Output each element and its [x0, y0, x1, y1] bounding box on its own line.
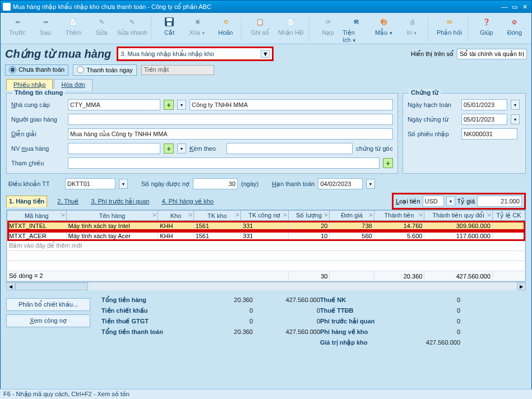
grid-header: Mã hàng⇲ Tên hàng⇲ Kho⇲ TK kho⇲ TK công … — [7, 211, 525, 221]
app-icon — [3, 3, 11, 11]
accdate-field[interactable] — [461, 99, 507, 110]
term-label: Điều khoản TT — [8, 180, 62, 188]
gt-goods[interactable]: 1. Hàng tiền — [6, 196, 47, 207]
mode-select[interactable]: 3. Mua hàng nhập khẩu nhập kho ▼ — [117, 47, 274, 61]
supplier-name-field[interactable] — [189, 99, 393, 110]
col-wh[interactable]: Kho⇲ — [158, 211, 193, 221]
save-button[interactable]: Cắt — [156, 15, 183, 44]
impduty-label: Thuế NK — [320, 296, 404, 304]
cur-dd[interactable]: ▾ — [446, 196, 455, 206]
days-label: Số ngày được nợ — [141, 180, 189, 188]
add-row[interactable]: Bấm vào đây để thêm mới — [7, 241, 525, 251]
rate-label: Tỷ giá — [457, 198, 475, 205]
vat-label: Tiền thuế GTGT — [101, 318, 202, 325]
svg-rect-2 — [167, 22, 172, 26]
term-field[interactable] — [65, 178, 115, 189]
deliverer-field[interactable] — [68, 114, 393, 125]
vdate-field[interactable] — [461, 114, 507, 125]
scroll-thumb[interactable] — [15, 282, 88, 290]
print-button[interactable]: 🖨In▼ — [399, 15, 425, 44]
book-select[interactable]: Sổ tài chính và quản trị — [457, 49, 527, 59]
vno-label: Số phiếu nhập — [408, 131, 458, 138]
util-icon: 🛠 — [350, 16, 362, 28]
alloc-button[interactable]: Phân bổ chiết khấu... — [6, 298, 90, 311]
gt-prefee[interactable]: 3. Phí trước hải quan — [89, 196, 151, 207]
load-button[interactable]: ⟳Nạp — [314, 15, 341, 44]
vno-field[interactable] — [461, 128, 517, 140]
scroll-right[interactable]: ▶ — [517, 282, 526, 290]
cash-field: Tiền mặt — [141, 65, 214, 75]
grid-tabs: 1. Hàng tiền 2. Thuế 3. Phí trước hải qu… — [1, 193, 531, 210]
next-button[interactable]: ➡Sau — [32, 15, 59, 44]
col-code[interactable]: Mã hàng⇲ — [7, 211, 67, 221]
accdate-cal[interactable]: ▾ — [511, 100, 520, 110]
col-qty[interactable]: Số lượng⇲ — [288, 211, 330, 221]
undo-button[interactable]: ⟲Hoãn — [212, 15, 239, 44]
doc-tabs: Phiếu nhập Hóa đơn — [1, 79, 531, 91]
days-field[interactable] — [193, 178, 238, 189]
gt-tax[interactable]: 2. Thuế — [55, 196, 81, 207]
rate-field[interactable] — [477, 196, 522, 207]
recv-button[interactable]: 📄Nhận HĐ — [275, 15, 307, 44]
emp-add-button[interactable]: + — [164, 143, 174, 154]
add-button[interactable]: 📄Thêm — [60, 15, 87, 44]
col-amt[interactable]: Thành tiền⇲ — [374, 211, 424, 221]
help-button[interactable]: ❓Giúp — [473, 15, 500, 44]
col-price[interactable]: Đơn giá⇲ — [330, 211, 374, 221]
close-window-button[interactable]: ✕ — [520, 3, 529, 11]
col-invacc[interactable]: TK kho⇲ — [193, 211, 240, 221]
emp-field[interactable] — [68, 143, 160, 154]
cur-label: Loại tiền — [396, 198, 420, 205]
excise-label: Thuế TTĐB — [320, 307, 404, 314]
supplier-label: Nhà cung cấp — [11, 101, 64, 109]
feedback-button[interactable]: ✉Phản hồi — [433, 15, 465, 44]
days-unit: (ngày) — [241, 180, 258, 187]
col-disc[interactable]: Tỷ lệ CK — [492, 211, 525, 221]
book-label: Hiển thị trên sổ — [411, 50, 454, 58]
supplier-field[interactable] — [68, 99, 160, 110]
emp-dd[interactable]: ▾ — [177, 143, 186, 154]
delete-button[interactable]: ✖Xóa▼ — [184, 15, 211, 44]
col-apacc[interactable]: TK công nợ⇲ — [241, 211, 288, 221]
cur-field[interactable] — [423, 196, 444, 207]
terms-row: Điều khoản TT ▾ Số ngày được nợ (ngày) H… — [1, 177, 531, 193]
minimize-button[interactable]: — — [500, 3, 509, 11]
col-name[interactable]: Tên hàng⇲ — [66, 211, 158, 221]
vdate-label: Ngày chứng từ — [408, 116, 458, 123]
unpaid-radio[interactable]: Chưa thanh toán — [5, 64, 68, 76]
close-button[interactable]: ⊘Đóng — [501, 15, 528, 44]
post-button[interactable]: 📋Ghi sổ — [247, 15, 274, 44]
scroll-left[interactable]: ◀ — [6, 282, 15, 290]
general-info-panel: Thông tin chung Nhà cung cấp + ▾ Người g… — [6, 93, 398, 174]
table-row — [7, 261, 525, 271]
prefee-val: 0 — [404, 318, 460, 325]
gt-whfee[interactable]: 4. Phí hàng về kho — [159, 196, 216, 207]
ref-field[interactable] — [68, 157, 380, 169]
paidnow-radio[interactable]: Thanh toán ngay — [73, 64, 137, 76]
maximize-button[interactable]: ▭ — [510, 3, 519, 11]
h-scrollbar[interactable]: ◀ ▶ — [6, 282, 526, 290]
supplier-dd[interactable]: ▾ — [177, 100, 186, 110]
disc-conv: 0 — [253, 307, 320, 314]
ref-add-button[interactable]: + — [383, 158, 393, 168]
prev-button[interactable]: ⬅Trước — [4, 15, 31, 44]
due-field[interactable] — [318, 178, 363, 189]
debt-button[interactable]: Xem công nợ — [6, 314, 90, 327]
term-dd[interactable]: ▾ — [119, 179, 128, 189]
attach-field[interactable] — [226, 143, 353, 154]
table-row[interactable]: MTXT_INTELMáy tính xách tay IntelKHH 156… — [7, 221, 525, 231]
printer-icon: 🖨 — [406, 16, 418, 28]
supplier-add-button[interactable]: + — [164, 100, 174, 110]
col-amtconv[interactable]: Thành tiền quy đổi⇲ — [424, 211, 492, 221]
quickedit-button[interactable]: ✎Sửa nhanh — [116, 15, 148, 44]
vdate-cal[interactable]: ▾ — [511, 114, 520, 124]
disc-val: 0 — [202, 307, 253, 314]
util-button[interactable]: 🛠Tiện ích▼ — [343, 15, 369, 44]
whfee-val: 0 — [404, 328, 460, 336]
whfee-label: Phí hàng về kho — [320, 328, 404, 336]
desc-field[interactable] — [68, 128, 393, 140]
table-row[interactable]: MTXT_ACERMáy tính xách tay AcerKHH 15613… — [7, 231, 525, 241]
template-button[interactable]: 🎨Mẫu▼ — [371, 15, 397, 44]
due-cal[interactable]: ▾ — [366, 179, 375, 189]
edit-button[interactable]: ✎Sửa — [88, 15, 115, 44]
